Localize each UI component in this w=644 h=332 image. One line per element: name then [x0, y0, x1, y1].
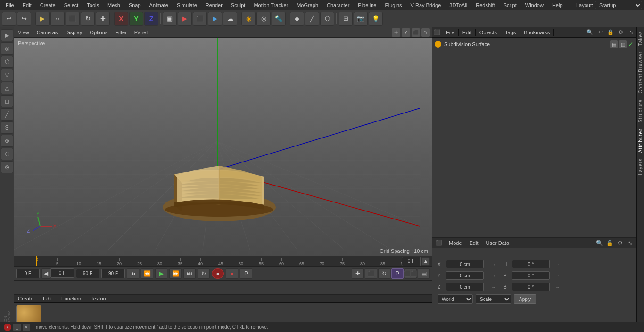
rotate-button[interactable]: ↻ — [81, 12, 95, 26]
vtab-content-browser[interactable]: Content Browser — [637, 49, 644, 96]
point-mode-button[interactable]: ◆ — [290, 12, 304, 26]
axis-x-button[interactable]: X — [114, 12, 128, 26]
goto-end-btn[interactable]: ⏭ — [183, 268, 196, 279]
loop-btn[interactable]: ↻ — [198, 268, 210, 279]
attr-tab-edit[interactable]: Edit — [467, 239, 481, 247]
add-button[interactable]: ✚ — [96, 12, 110, 26]
menu-mograph[interactable]: MoGraph — [293, 1, 322, 9]
subdivision-surface-item[interactable]: Subdivision Surface ▤ ▨ ✓ — [432, 38, 636, 51]
world-dropdown[interactable]: World — [438, 294, 473, 304]
obj-tab-tags[interactable]: Tags — [501, 29, 520, 36]
menu-help[interactable]: Help — [548, 1, 567, 9]
axis-y-button[interactable]: Y — [129, 12, 143, 26]
render-stop-button[interactable]: ⬛ — [193, 12, 207, 26]
prev-frame-btn[interactable]: ◀ — [41, 268, 50, 279]
key-mode-btn[interactable]: ↻ — [378, 268, 390, 279]
step-back-btn[interactable]: ⏪ — [141, 268, 153, 279]
pos-z-input[interactable] — [446, 283, 484, 291]
bulb-btn[interactable]: 💡 — [369, 12, 383, 26]
sidebar-paint-btn[interactable]: ◎ — [1, 42, 13, 55]
sidebar-plus-btn[interactable]: ⊕ — [1, 135, 13, 147]
status-icon-min[interactable]: _ — [13, 324, 21, 331]
vtab-attributes[interactable]: Attributes — [637, 125, 644, 155]
sidebar-select-btn[interactable]: ▶ — [1, 29, 13, 41]
cloud-render-button[interactable]: ☁ — [223, 12, 237, 26]
select-mode-button[interactable]: ▶ — [35, 12, 50, 26]
obj-tab-file[interactable]: File — [442, 29, 459, 36]
vp-icon-maximize[interactable]: ⤡ — [421, 28, 430, 37]
vp-icon-layout[interactable]: ⬛ — [412, 28, 420, 37]
subd-icon-1[interactable]: ▤ — [610, 40, 618, 48]
current-frame-input[interactable] — [402, 257, 421, 266]
apply-button[interactable]: Apply — [514, 294, 536, 304]
menu-character[interactable]: Character — [323, 1, 353, 9]
menu-edit[interactable]: Edit — [19, 1, 35, 9]
vp-menu-filter[interactable]: Filter — [113, 29, 128, 36]
vtab-takes[interactable]: Takes — [637, 28, 644, 49]
obj-tab-objects[interactable]: Objects — [476, 29, 501, 36]
attr-search-icon[interactable]: 🔍 — [595, 239, 603, 247]
undo-button[interactable]: ↩ — [2, 12, 16, 26]
menu-tools[interactable]: Tools — [83, 1, 103, 9]
axis-z-button[interactable]: Z — [144, 12, 158, 26]
key-grid-btn[interactable]: ⬛⬛ — [405, 268, 417, 279]
obj-refresh-icon[interactable]: ↩ — [595, 27, 605, 38]
grid-btn[interactable]: ⊞ — [339, 12, 353, 26]
redo-button[interactable]: ↪ — [17, 12, 31, 26]
attr-tab-userdata[interactable]: User Data — [483, 239, 512, 247]
sidebar-sculpt-btn[interactable]: ▽ — [1, 69, 13, 81]
menu-create[interactable]: Create — [36, 1, 59, 9]
motion-path-btn[interactable]: P — [240, 268, 252, 279]
attr-icon-1[interactable]: ⬛ — [434, 238, 444, 248]
menu-animate[interactable]: Animate — [146, 1, 172, 9]
subd-check-icon[interactable]: ✓ — [628, 40, 634, 48]
attr-maximize-icon[interactable]: ⤡ — [626, 239, 635, 247]
vp-menu-panel[interactable]: Panel — [132, 29, 149, 36]
vp-menu-display[interactable]: Display — [63, 29, 84, 36]
polygon-mode-button[interactable]: ⬡ — [320, 12, 334, 26]
sidebar-s-btn[interactable]: S — [1, 121, 13, 134]
obj-lock-icon[interactable]: 🔒 — [605, 27, 616, 38]
render-all-button[interactable]: ▶ — [208, 12, 222, 26]
menu-pipeline[interactable]: Pipeline — [354, 1, 380, 9]
pos-x-input[interactable] — [446, 260, 484, 268]
autokey-btn[interactable]: ● — [226, 268, 238, 279]
layout-dropdown[interactable]: Startup — [595, 1, 642, 9]
obj-settings-icon[interactable]: ⚙ — [616, 27, 626, 38]
render-region-button[interactable]: ▣ — [163, 12, 177, 26]
frame-marker-input[interactable] — [50, 268, 74, 278]
goto-start-btn[interactable]: ⏮ — [127, 268, 139, 279]
pos-y-input[interactable] — [446, 271, 484, 280]
menu-sculpt[interactable]: Sculpt — [227, 1, 249, 9]
menu-window[interactable]: Window — [521, 1, 547, 9]
edge-mode-button[interactable]: ╱ — [305, 12, 319, 26]
sidebar-line-btn[interactable]: ╱ — [1, 108, 13, 121]
vtab-layers[interactable]: Layers — [637, 155, 644, 178]
object-mode-button[interactable]: ◉ — [241, 12, 256, 26]
vp-icon-arrows[interactable]: ⤢ — [402, 28, 410, 37]
add-key-btn[interactable]: ✚ — [352, 268, 364, 279]
rot-p-input[interactable] — [512, 271, 550, 280]
key-p-btn[interactable]: P — [391, 268, 404, 279]
attr-settings-icon[interactable]: ⚙ — [616, 239, 624, 247]
vp-menu-cameras[interactable]: Cameras — [35, 29, 60, 36]
play-end-input[interactable] — [101, 269, 125, 278]
sidebar-x-btn[interactable]: ⊗ — [1, 161, 13, 173]
attr-lock-icon[interactable]: 🔒 — [605, 239, 614, 247]
vp-menu-options[interactable]: Options — [88, 29, 109, 36]
sidebar-hex-btn[interactable]: ⬡ — [1, 56, 13, 68]
status-icon-close[interactable]: ✕ — [23, 324, 30, 331]
menu-script[interactable]: Script — [500, 1, 520, 9]
menu-motion-tracker[interactable]: Motion Tracker — [250, 1, 292, 9]
menu-simulate[interactable]: Simulate — [173, 1, 201, 9]
rot-h-input[interactable] — [512, 260, 550, 268]
sidebar-cube-front-btn[interactable]: △ — [1, 82, 13, 94]
obj-tab-bookmarks[interactable]: Bookmarks — [520, 29, 554, 36]
sidebar-cube-btn[interactable]: ◻ — [1, 95, 13, 107]
key-list-btn[interactable]: ▤ — [418, 268, 430, 279]
vp-icon-cross[interactable]: ✚ — [392, 28, 400, 37]
end-frame-input[interactable] — [76, 269, 99, 278]
obj-tab-icon[interactable]: ⬛ — [432, 27, 442, 38]
menu-select[interactable]: Select — [60, 1, 83, 9]
vp-menu-view[interactable]: View — [16, 29, 31, 36]
